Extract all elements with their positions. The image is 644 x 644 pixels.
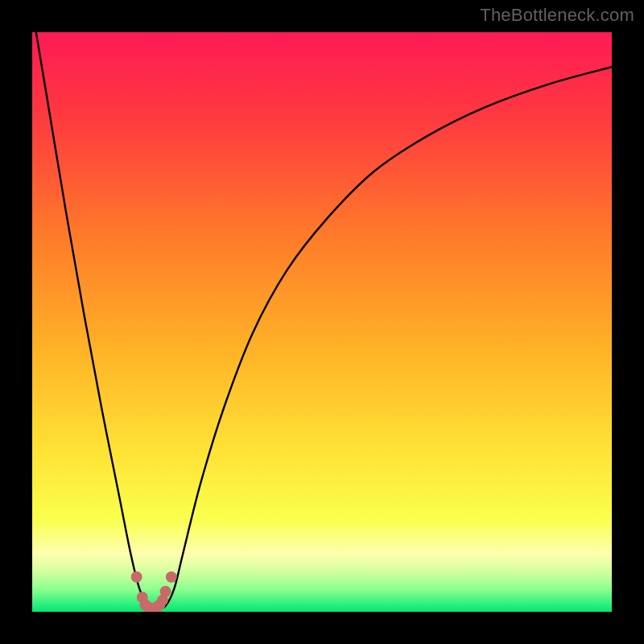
bottleneck-curve xyxy=(32,32,612,609)
plot-area xyxy=(32,32,612,612)
curve-layer xyxy=(32,32,612,612)
marker-dot xyxy=(160,586,171,597)
watermark-text: TheBottleneck.com xyxy=(480,5,634,26)
marker-dot xyxy=(166,572,177,583)
chart-frame: TheBottleneck.com xyxy=(0,0,644,644)
marker-dots xyxy=(131,572,177,612)
marker-dot xyxy=(131,572,142,583)
